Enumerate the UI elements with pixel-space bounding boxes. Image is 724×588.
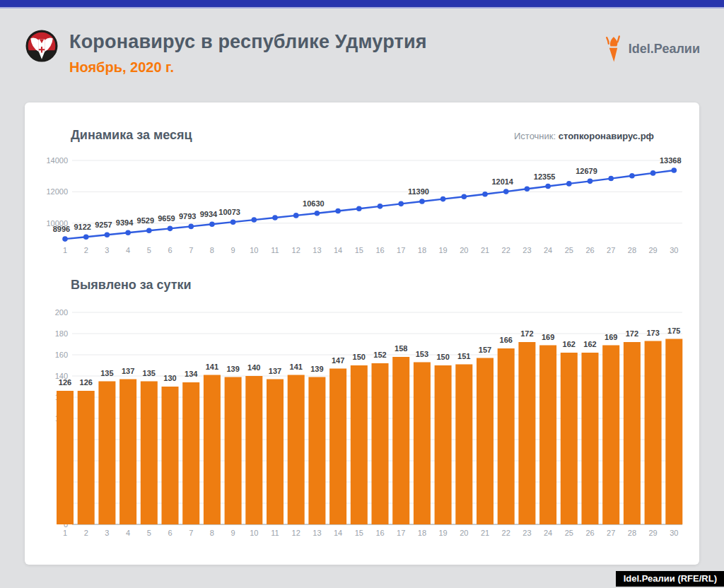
data-point: [315, 211, 320, 216]
x-axis-label: 5: [147, 246, 151, 254]
bar: [518, 342, 535, 524]
data-point: [440, 196, 446, 202]
x-axis-label: 23: [522, 529, 531, 537]
point-value-label: 12014: [491, 177, 513, 186]
source-label: Источник:: [514, 131, 556, 141]
x-axis-label: 12: [292, 246, 300, 254]
bar: [624, 342, 641, 524]
point-value-label: 8996: [53, 225, 70, 233]
data-point: [588, 179, 593, 184]
x-axis-label: 3: [105, 529, 109, 537]
bar: [435, 365, 452, 524]
data-point: [398, 201, 404, 207]
x-axis-label: 9: [231, 529, 235, 537]
x-axis-label: 5: [147, 529, 151, 537]
bar: [602, 346, 619, 525]
data-point: [272, 215, 278, 220]
top-accent-bar: [0, 0, 724, 8]
line-chart: 1000012000140008996191222925739394495295…: [42, 145, 686, 259]
data-point: [62, 236, 68, 242]
data-point: [188, 224, 194, 230]
bar: [267, 380, 284, 525]
line-chart-title: Динамика за месяц: [71, 128, 192, 143]
point-value-label: 12679: [576, 167, 597, 175]
x-axis-label: 2: [84, 529, 88, 537]
bar: [182, 382, 199, 524]
x-axis-label: 22: [502, 529, 510, 537]
line-series: [65, 170, 674, 239]
x-axis-label: 12: [292, 529, 300, 537]
bar: [204, 375, 221, 525]
data-point: [672, 167, 677, 173]
data-point: [168, 226, 173, 232]
x-axis-label: 29: [648, 246, 657, 254]
point-value-label: 9793: [179, 212, 196, 220]
bar: [141, 382, 158, 525]
data-point: [650, 170, 656, 176]
bar-value-label: 137: [269, 367, 281, 375]
bar: [392, 357, 409, 524]
x-axis-label: 26: [585, 246, 594, 254]
bar: [498, 348, 515, 524]
x-axis-label: 19: [438, 246, 447, 254]
point-value-label: 12355: [534, 172, 556, 181]
line-chart-header: Динамика за месяц Источник: стопкоронави…: [71, 128, 654, 143]
x-axis-label: 13: [313, 246, 321, 254]
bar-value-label: 135: [100, 369, 113, 377]
data-point: [462, 194, 467, 199]
x-axis-label: 21: [481, 246, 489, 254]
bar-value-label: 157: [479, 346, 491, 354]
bar-value-label: 130: [163, 374, 176, 382]
x-axis-label: 16: [375, 246, 384, 254]
bar-value-label: 140: [247, 363, 260, 372]
x-axis-label: 14: [334, 529, 342, 537]
bar: [308, 377, 325, 525]
x-axis-label: 20: [460, 246, 468, 254]
bar-value-label: 172: [520, 329, 533, 338]
x-axis-label: 27: [607, 529, 615, 537]
x-axis-label: 24: [544, 529, 552, 537]
x-axis-label: 29: [648, 529, 657, 537]
x-axis-label: 25: [565, 529, 573, 537]
bar-value-label: 126: [59, 378, 71, 387]
bar-value-label: 175: [667, 327, 680, 335]
x-axis-label: 9: [231, 246, 235, 254]
x-axis-label: 1: [63, 246, 67, 254]
bar-value-label: 137: [122, 367, 134, 375]
page-title: Коронавирус в республике Удмуртия: [69, 31, 427, 53]
x-axis-label: 30: [670, 529, 678, 537]
bar-value-label: 162: [563, 340, 576, 348]
bar: [245, 376, 262, 524]
data-point: [629, 173, 635, 179]
point-value-label: 9122: [74, 223, 90, 231]
bar-value-label: 126: [80, 378, 93, 387]
bar-value-label: 158: [395, 344, 407, 353]
bar-value-label: 134: [185, 370, 198, 378]
y-axis-label: 160: [55, 351, 68, 359]
bar: [582, 353, 599, 524]
bar-value-label: 169: [542, 333, 554, 341]
x-axis-label: 18: [418, 246, 426, 254]
x-axis-label: 13: [313, 529, 321, 537]
data-point: [335, 208, 341, 214]
x-axis-label: 19: [438, 529, 447, 537]
x-axis-label: 1: [63, 529, 67, 537]
x-axis-label: 4: [126, 529, 130, 537]
bar-value-label: 152: [373, 351, 386, 359]
data-point: [419, 199, 425, 204]
torch-icon: [602, 34, 624, 64]
bar: [539, 346, 556, 525]
source-note: Источник: стопкоронавирус.рф: [514, 131, 654, 141]
x-axis-label: 30: [670, 246, 678, 254]
bar: [288, 375, 305, 525]
data-point: [525, 186, 530, 192]
bar: [665, 339, 682, 525]
footer-credit-badge: Idel.Реалии (RFE/RL): [616, 571, 724, 587]
x-axis-label: 8: [210, 529, 214, 537]
y-axis-label: 180: [55, 329, 68, 338]
data-point: [566, 181, 572, 187]
header-titles: Коронавирус в республике Удмуртия Ноябрь…: [69, 31, 427, 76]
point-value-label: 11390: [408, 187, 429, 196]
x-axis-label: 14: [334, 246, 342, 254]
x-axis-label: 18: [418, 529, 426, 537]
